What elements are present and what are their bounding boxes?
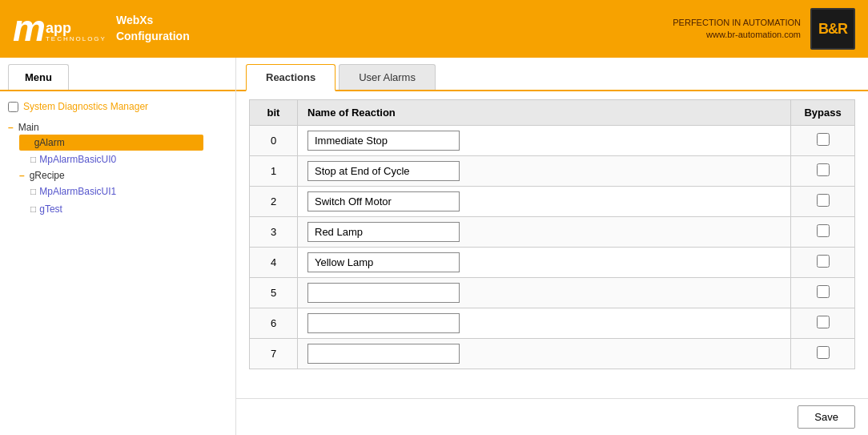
tree-main: – Main – gAlarm □ MpAlarmBasicUI0 (8, 119, 227, 220)
bypass-cell-3[interactable] (791, 217, 855, 248)
bit-cell-5: 5 (250, 278, 298, 308)
reaction-name-input-3[interactable] (307, 222, 460, 242)
bypass-cell-7[interactable] (791, 339, 855, 369)
col-bit-header: bit (250, 100, 298, 126)
bypass-checkbox-0[interactable] (817, 133, 830, 146)
name-cell-1[interactable] (298, 156, 791, 187)
table-header-row: bit Name of Reaction Bypass (250, 100, 855, 126)
name-cell-4[interactable] (298, 248, 791, 278)
tree-main-root: – Main (8, 120, 227, 135)
tree-main-label: Main (18, 122, 39, 133)
logo-app-text: app (46, 21, 106, 35)
reaction-name-input-0[interactable] (307, 131, 460, 151)
sidebar-content: System Diagnostics Manager – Main – gAla… (0, 90, 235, 229)
tree-galarm-label: gAlarm (34, 137, 65, 148)
bypass-cell-6[interactable] (791, 308, 855, 339)
tree-grecipe-child-label[interactable]: MpAlarmBasicUI1 (39, 184, 116, 199)
header-subtitle: WebXs Configuration (116, 13, 190, 44)
bypass-cell-4[interactable] (791, 248, 855, 278)
logo-tech-text: TECHNOLOGY (46, 35, 106, 42)
content-area: Reactions User Alarms bit Name of Reacti… (236, 58, 868, 435)
reaction-name-input-2[interactable] (307, 191, 460, 211)
reaction-name-input-5[interactable] (307, 283, 460, 303)
table-row: 2 (250, 187, 855, 217)
tree-main-children: – gAlarm □ MpAlarmBasicUI0 – gRecipe (8, 135, 227, 218)
bit-cell-4: 4 (250, 248, 298, 278)
tree-galarm-child-label[interactable]: MpAlarmBasicUI0 (39, 152, 116, 167)
tree-galarm-child-node: □ MpAlarmBasicUI0 (30, 151, 227, 168)
name-cell-3[interactable] (298, 217, 791, 248)
bypass-checkbox-4[interactable] (817, 255, 830, 268)
bypass-cell-5[interactable] (791, 278, 855, 308)
reactions-table: bit Name of Reaction Bypass 01234567 (249, 99, 855, 369)
tabs-bar: Reactions User Alarms (236, 58, 868, 91)
sidebar: Menu System Diagnostics Manager – Main –… (0, 58, 236, 435)
bit-cell-0: 0 (250, 126, 298, 156)
save-button[interactable]: Save (798, 405, 855, 429)
name-cell-0[interactable] (298, 126, 791, 156)
header-right: PERFECTION IN AUTOMATION www.br-automati… (673, 8, 855, 50)
system-diag-item[interactable]: System Diagnostics Manager (8, 101, 227, 112)
name-cell-7[interactable] (298, 339, 791, 369)
reaction-name-input-6[interactable] (307, 313, 460, 333)
tree-galarm-expand-icon: – (24, 137, 30, 148)
sidebar-tab[interactable]: Menu (8, 64, 69, 90)
tree-grecipe-children: □ MpAlarmBasicUI1 □ gTest (19, 183, 227, 218)
name-cell-2[interactable] (298, 187, 791, 217)
col-bypass-header: Bypass (791, 100, 855, 126)
header-left: m app TECHNOLOGY WebXs Configuration (13, 12, 190, 45)
bypass-checkbox-1[interactable] (817, 163, 830, 176)
tree-grecipe-expand-icon: – (19, 170, 25, 181)
tree-gtest-icon: □ (30, 203, 36, 215)
bypass-cell-0[interactable] (791, 126, 855, 156)
main-layout: Menu System Diagnostics Manager – Main –… (0, 58, 868, 435)
bypass-checkbox-6[interactable] (817, 316, 830, 328)
tree-galarm-child-icon: □ (30, 154, 36, 165)
tab-reactions[interactable]: Reactions (246, 64, 336, 91)
bit-cell-2: 2 (250, 187, 298, 217)
bypass-checkbox-7[interactable] (817, 346, 830, 359)
bypass-checkbox-5[interactable] (817, 285, 830, 298)
tree-expand-icon: – (8, 122, 14, 133)
bit-cell-1: 1 (250, 156, 298, 187)
table-row: 0 (250, 126, 855, 156)
system-diag-checkbox[interactable] (8, 102, 18, 112)
mapp-logo: m app TECHNOLOGY (13, 12, 106, 45)
bypass-checkbox-3[interactable] (817, 224, 830, 237)
tree-grecipe-node[interactable]: – gRecipe (19, 168, 227, 183)
bit-cell-7: 7 (250, 339, 298, 369)
brand-text: PERFECTION IN AUTOMATION www.br-automati… (673, 17, 801, 42)
bypass-cell-2[interactable] (791, 187, 855, 217)
system-diag-label: System Diagnostics Manager (23, 101, 148, 112)
brand-line1: PERFECTION IN AUTOMATION (673, 17, 801, 29)
table-row: 3 (250, 217, 855, 248)
tree-gtest-node: □ gTest (30, 200, 227, 218)
table-row: 7 (250, 339, 855, 369)
bypass-checkbox-2[interactable] (817, 194, 830, 207)
logo-m-letter: m (13, 12, 46, 45)
br-logo: B&R (810, 8, 855, 50)
reaction-name-input-1[interactable] (307, 161, 460, 181)
reaction-name-input-4[interactable] (307, 252, 460, 272)
brand-line2: www.br-automation.com (673, 29, 801, 41)
tab-user-alarms[interactable]: User Alarms (339, 64, 436, 90)
tree-grecipe-label: gRecipe (30, 170, 65, 181)
table-row: 5 (250, 278, 855, 308)
tree-grecipe-child-icon: □ (30, 186, 36, 197)
tree-gtest-label[interactable]: gTest (39, 202, 62, 216)
tree-galarm-node[interactable]: – gAlarm (19, 135, 203, 151)
table-row: 1 (250, 156, 855, 187)
table-container: bit Name of Reaction Bypass 01234567 (236, 91, 868, 398)
name-cell-6[interactable] (298, 308, 791, 339)
tree-galarm-children: □ MpAlarmBasicUI0 (19, 151, 227, 168)
col-name-header: Name of Reaction (298, 100, 791, 126)
name-cell-5[interactable] (298, 278, 791, 308)
header: m app TECHNOLOGY WebXs Configuration PER… (0, 0, 868, 58)
reaction-name-input-7[interactable] (307, 344, 460, 364)
tree-grecipe-child-node: □ MpAlarmBasicUI1 (30, 183, 227, 200)
bit-cell-6: 6 (250, 308, 298, 339)
save-bar: Save (236, 398, 868, 435)
table-row: 6 (250, 308, 855, 339)
br-logo-text: B&R (818, 21, 847, 38)
bypass-cell-1[interactable] (791, 156, 855, 187)
